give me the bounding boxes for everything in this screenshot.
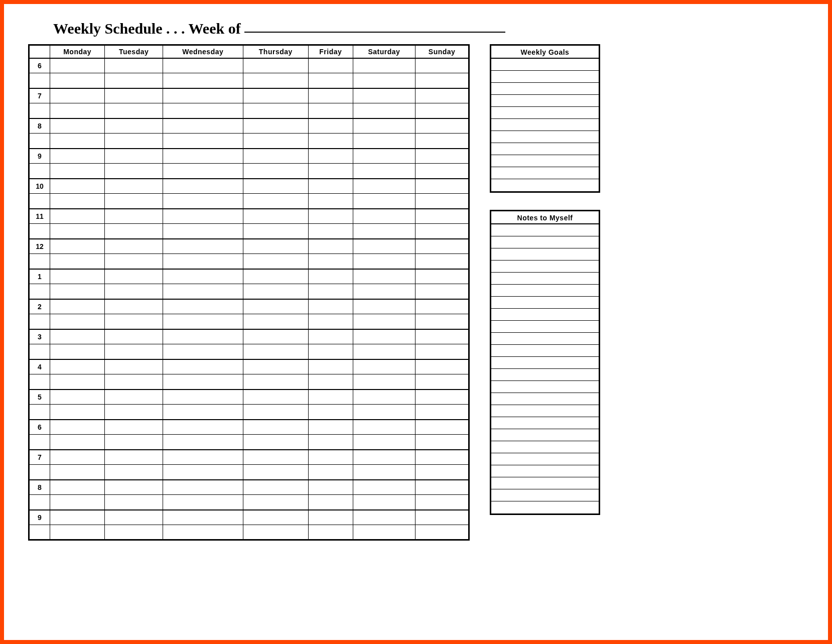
schedule-cell[interactable] bbox=[309, 149, 353, 164]
schedule-cell[interactable] bbox=[309, 329, 353, 344]
schedule-cell[interactable] bbox=[415, 329, 469, 344]
schedule-cell[interactable] bbox=[50, 118, 105, 134]
schedule-cell[interactable] bbox=[309, 269, 353, 284]
schedule-cell[interactable] bbox=[415, 88, 469, 103]
schedule-cell[interactable] bbox=[105, 299, 163, 314]
schedule-cell[interactable] bbox=[105, 405, 163, 420]
schedule-cell[interactable] bbox=[50, 510, 105, 525]
schedule-cell[interactable] bbox=[163, 420, 243, 435]
schedule-cell[interactable] bbox=[105, 495, 163, 510]
schedule-cell[interactable] bbox=[105, 510, 163, 525]
schedule-cell[interactable] bbox=[415, 495, 469, 510]
schedule-cell[interactable] bbox=[309, 344, 353, 359]
schedule-cell[interactable] bbox=[353, 73, 415, 88]
schedule-cell[interactable] bbox=[50, 495, 105, 510]
schedule-cell[interactable] bbox=[105, 374, 163, 390]
notes-line[interactable] bbox=[491, 417, 599, 429]
schedule-cell[interactable] bbox=[50, 194, 105, 209]
schedule-cell[interactable] bbox=[309, 284, 353, 299]
notes-line[interactable] bbox=[491, 441, 599, 453]
schedule-cell[interactable] bbox=[163, 103, 243, 118]
schedule-cell[interactable] bbox=[105, 58, 163, 73]
schedule-cell[interactable] bbox=[309, 495, 353, 510]
schedule-cell[interactable] bbox=[243, 209, 309, 224]
schedule-cell[interactable] bbox=[309, 525, 353, 540]
schedule-cell[interactable] bbox=[243, 134, 309, 149]
schedule-cell[interactable] bbox=[105, 420, 163, 435]
schedule-cell[interactable] bbox=[415, 254, 469, 269]
schedule-cell[interactable] bbox=[50, 435, 105, 450]
schedule-cell[interactable] bbox=[309, 58, 353, 73]
schedule-cell[interactable] bbox=[415, 73, 469, 88]
schedule-cell[interactable] bbox=[353, 299, 415, 314]
schedule-cell[interactable] bbox=[50, 73, 105, 88]
schedule-cell[interactable] bbox=[415, 164, 469, 179]
schedule-cell[interactable] bbox=[163, 359, 243, 374]
schedule-cell[interactable] bbox=[163, 239, 243, 254]
schedule-cell[interactable] bbox=[309, 435, 353, 450]
schedule-cell[interactable] bbox=[105, 149, 163, 164]
schedule-cell[interactable] bbox=[415, 435, 469, 450]
schedule-cell[interactable] bbox=[105, 329, 163, 344]
schedule-cell[interactable] bbox=[50, 269, 105, 284]
schedule-cell[interactable] bbox=[163, 465, 243, 480]
schedule-cell[interactable] bbox=[50, 239, 105, 254]
schedule-cell[interactable] bbox=[105, 254, 163, 269]
schedule-cell[interactable] bbox=[50, 299, 105, 314]
schedule-cell[interactable] bbox=[353, 495, 415, 510]
schedule-cell[interactable] bbox=[163, 450, 243, 465]
goals-line[interactable] bbox=[491, 131, 599, 143]
schedule-cell[interactable] bbox=[309, 179, 353, 194]
schedule-cell[interactable] bbox=[163, 435, 243, 450]
schedule-cell[interactable] bbox=[309, 405, 353, 420]
schedule-cell[interactable] bbox=[415, 344, 469, 359]
schedule-cell[interactable] bbox=[353, 450, 415, 465]
goals-line[interactable] bbox=[491, 71, 599, 83]
schedule-cell[interactable] bbox=[243, 73, 309, 88]
notes-line[interactable] bbox=[491, 453, 599, 465]
schedule-cell[interactable] bbox=[353, 179, 415, 194]
schedule-cell[interactable] bbox=[243, 224, 309, 239]
schedule-cell[interactable] bbox=[243, 194, 309, 209]
schedule-cell[interactable] bbox=[353, 118, 415, 134]
notes-line[interactable] bbox=[491, 465, 599, 477]
schedule-cell[interactable] bbox=[309, 103, 353, 118]
schedule-cell[interactable] bbox=[243, 405, 309, 420]
schedule-cell[interactable] bbox=[243, 420, 309, 435]
schedule-cell[interactable] bbox=[353, 284, 415, 299]
schedule-cell[interactable] bbox=[163, 314, 243, 329]
schedule-cell[interactable] bbox=[50, 359, 105, 374]
notes-line[interactable] bbox=[491, 333, 599, 345]
schedule-cell[interactable] bbox=[163, 224, 243, 239]
schedule-cell[interactable] bbox=[105, 134, 163, 149]
schedule-cell[interactable] bbox=[309, 73, 353, 88]
schedule-cell[interactable] bbox=[105, 359, 163, 374]
schedule-cell[interactable] bbox=[353, 480, 415, 495]
week-of-blank-line[interactable] bbox=[244, 32, 505, 33]
schedule-cell[interactable] bbox=[163, 73, 243, 88]
notes-line[interactable] bbox=[491, 248, 599, 261]
goals-line[interactable] bbox=[491, 155, 599, 167]
goals-line[interactable] bbox=[491, 143, 599, 155]
schedule-cell[interactable] bbox=[243, 344, 309, 359]
notes-line[interactable] bbox=[491, 405, 599, 417]
schedule-cell[interactable] bbox=[163, 374, 243, 390]
schedule-cell[interactable] bbox=[105, 239, 163, 254]
schedule-cell[interactable] bbox=[105, 194, 163, 209]
schedule-cell[interactable] bbox=[309, 239, 353, 254]
schedule-cell[interactable] bbox=[309, 164, 353, 179]
schedule-cell[interactable] bbox=[415, 450, 469, 465]
schedule-cell[interactable] bbox=[105, 344, 163, 359]
schedule-cell[interactable] bbox=[163, 194, 243, 209]
schedule-cell[interactable] bbox=[163, 88, 243, 103]
schedule-cell[interactable] bbox=[415, 465, 469, 480]
schedule-cell[interactable] bbox=[415, 299, 469, 314]
schedule-cell[interactable] bbox=[243, 88, 309, 103]
schedule-cell[interactable] bbox=[415, 103, 469, 118]
schedule-cell[interactable] bbox=[309, 359, 353, 374]
schedule-cell[interactable] bbox=[50, 420, 105, 435]
schedule-cell[interactable] bbox=[353, 239, 415, 254]
schedule-cell[interactable] bbox=[243, 465, 309, 480]
schedule-cell[interactable] bbox=[243, 510, 309, 525]
schedule-cell[interactable] bbox=[105, 480, 163, 495]
